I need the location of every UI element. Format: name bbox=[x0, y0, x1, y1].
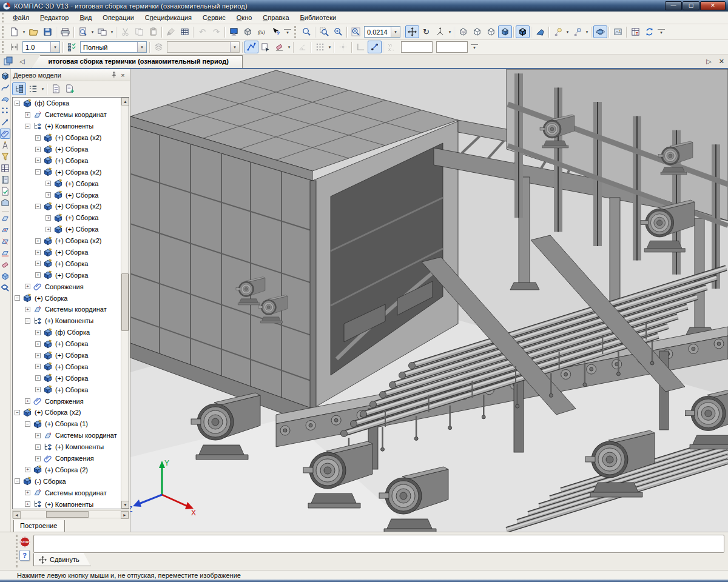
plane-tangent-button[interactable] bbox=[0, 248, 10, 258]
expand-icon[interactable]: + bbox=[46, 215, 51, 221]
shaded-button[interactable] bbox=[498, 25, 512, 38]
variables-window-button[interactable] bbox=[227, 25, 241, 38]
tree-item[interactable]: +Системы координат bbox=[13, 109, 121, 121]
insert-view-button[interactable] bbox=[95, 25, 109, 38]
tree-item[interactable]: +(+) Сборка (x2) bbox=[13, 235, 121, 247]
new-document-dropdown-icon[interactable]: ▾ bbox=[21, 30, 27, 35]
delete-auxiliary-dropdown-icon[interactable]: ▾ bbox=[286, 45, 292, 50]
zoom-by-scale-button[interactable] bbox=[349, 25, 363, 38]
collapse-icon[interactable]: − bbox=[15, 478, 20, 484]
simplified-display-button[interactable] bbox=[551, 25, 565, 38]
document-scale-combo-dropdown-icon[interactable]: ▾ bbox=[50, 42, 59, 52]
tree-item[interactable]: +(ф) Сборка bbox=[13, 327, 121, 338]
scroll-left-icon[interactable]: ◄ bbox=[13, 511, 21, 519]
orientation-button[interactable] bbox=[433, 25, 447, 38]
simplified-display-dropdown-icon[interactable]: ▾ bbox=[565, 30, 570, 35]
property-panel-field[interactable] bbox=[33, 535, 724, 553]
grid-dropdown-icon[interactable]: ▾ bbox=[327, 45, 332, 50]
tree-item[interactable]: +(+) Сборка bbox=[13, 384, 121, 395]
coord-y-input[interactable] bbox=[401, 41, 433, 53]
print-preview-button[interactable] bbox=[76, 25, 90, 38]
tree-item[interactable]: +(+) Сборка bbox=[13, 338, 121, 350]
surfaces-button[interactable] bbox=[0, 94, 10, 104]
save-document-button[interactable] bbox=[41, 25, 55, 38]
delete-face-button[interactable] bbox=[0, 259, 10, 270]
sketch-geometry-button[interactable] bbox=[244, 41, 258, 53]
tree-horizontal-scrollbar[interactable]: ◄ ► bbox=[12, 510, 129, 518]
menu-9[interactable]: Библиотеки bbox=[295, 12, 342, 23]
tree-item[interactable]: +Сопряжения bbox=[13, 281, 121, 292]
display-mode-combo-dropdown-icon[interactable]: ▾ bbox=[137, 42, 146, 52]
tree-item[interactable]: −(+) Сборка bbox=[13, 292, 121, 304]
collapse-icon[interactable]: − bbox=[35, 204, 41, 209]
specification-button[interactable] bbox=[0, 163, 10, 173]
expand-icon[interactable]: + bbox=[35, 341, 41, 347]
scroll-right-icon[interactable]: ► bbox=[121, 511, 129, 519]
detail-level-button[interactable] bbox=[65, 41, 79, 53]
new-document-button[interactable] bbox=[7, 25, 21, 38]
expand-icon[interactable]: + bbox=[46, 192, 51, 198]
expand-icon[interactable]: + bbox=[35, 250, 41, 255]
hidden-lines-thin-button[interactable] bbox=[484, 25, 498, 38]
hidden-lines-removed-button[interactable] bbox=[470, 25, 484, 38]
close-button[interactable]: ✕ bbox=[700, 1, 726, 10]
shaded-with-edges-button[interactable] bbox=[516, 25, 530, 38]
vertical-scroll-thumb[interactable] bbox=[121, 273, 129, 331]
maximize-button[interactable]: ▢ bbox=[682, 1, 699, 10]
tree-item[interactable]: −(-) Сборка bbox=[13, 475, 121, 487]
tree-item[interactable]: +(+) Сборка bbox=[13, 258, 121, 269]
toolbar-grip[interactable] bbox=[294, 26, 298, 38]
edit-component-button[interactable] bbox=[0, 71, 10, 81]
tree-item[interactable]: +(+) Сборка bbox=[13, 144, 121, 155]
menu-5[interactable]: Спецификация bbox=[140, 12, 197, 23]
arrays-button[interactable] bbox=[0, 105, 10, 116]
expand-icon[interactable]: + bbox=[35, 135, 41, 141]
tree-item[interactable]: +(+) Сборка bbox=[13, 224, 121, 235]
expand-icon[interactable]: + bbox=[25, 501, 30, 507]
simplified-display-components-dropdown-icon[interactable]: ▾ bbox=[584, 30, 590, 35]
expand-icon[interactable]: + bbox=[35, 353, 41, 358]
tree-item[interactable]: −(+) Сборка (x2) bbox=[13, 201, 121, 212]
tree-item[interactable]: +(+) Сборка bbox=[13, 178, 121, 189]
3d-viewport[interactable]: Y X Z bbox=[130, 69, 728, 532]
rotate-view-button[interactable]: ↻ bbox=[419, 25, 433, 38]
orbit-mode-button[interactable] bbox=[593, 25, 607, 38]
menu-4[interactable]: Операции bbox=[97, 12, 139, 23]
expand-icon[interactable]: + bbox=[35, 147, 41, 152]
expand-icon[interactable]: + bbox=[35, 330, 41, 335]
tree-item[interactable]: +(+) Сборка bbox=[13, 350, 121, 361]
expand-icon[interactable]: + bbox=[25, 490, 30, 495]
zoom-frame-button[interactable] bbox=[317, 25, 331, 38]
display-mode-combo[interactable]: Полный▾ bbox=[80, 41, 147, 53]
rebuild-model-button[interactable] bbox=[642, 25, 656, 38]
expand-icon[interactable]: + bbox=[35, 375, 41, 381]
toolbar-overflow-button[interactable]: ▾ bbox=[471, 44, 478, 50]
scroll-up-icon[interactable]: ▲ bbox=[121, 98, 129, 105]
menu-3[interactable]: Вид bbox=[74, 12, 97, 23]
context-help-button[interactable]: ? bbox=[269, 25, 283, 38]
tree-item[interactable]: +(+) Компоненты bbox=[13, 441, 121, 453]
menu-8[interactable]: Справка bbox=[257, 12, 294, 23]
collapse-icon[interactable]: − bbox=[25, 421, 30, 427]
shell-feature-button[interactable] bbox=[0, 271, 10, 281]
tree-item[interactable]: +Сопряжения bbox=[13, 395, 121, 407]
stop-icon[interactable]: STOP bbox=[19, 537, 30, 547]
spatial-curves-button[interactable] bbox=[0, 82, 10, 93]
tab-close-button[interactable]: ✕ bbox=[719, 58, 724, 65]
tree-item[interactable]: +(+) Сборка bbox=[13, 372, 121, 384]
tree-item[interactable]: +Системы координат bbox=[13, 304, 121, 315]
collapse-icon[interactable]: − bbox=[35, 169, 41, 175]
plane-through-button[interactable] bbox=[0, 225, 10, 235]
tree-item[interactable]: −(ф) Сборка bbox=[13, 98, 121, 109]
wireframe-button[interactable] bbox=[456, 25, 470, 38]
document-scale-tool-button[interactable] bbox=[7, 41, 21, 53]
tree-item[interactable]: +(+) Сборка bbox=[13, 247, 121, 258]
toolbar-grip[interactable] bbox=[2, 26, 5, 38]
menu-6[interactable]: Сервис bbox=[197, 12, 231, 23]
pin-icon[interactable] bbox=[109, 70, 118, 79]
expand-icon[interactable]: + bbox=[46, 227, 51, 232]
spreadsheet-button[interactable] bbox=[178, 25, 192, 38]
collapse-icon[interactable]: − bbox=[15, 410, 20, 415]
expand-icon[interactable]: + bbox=[35, 261, 41, 266]
expand-icon[interactable]: + bbox=[35, 456, 41, 461]
